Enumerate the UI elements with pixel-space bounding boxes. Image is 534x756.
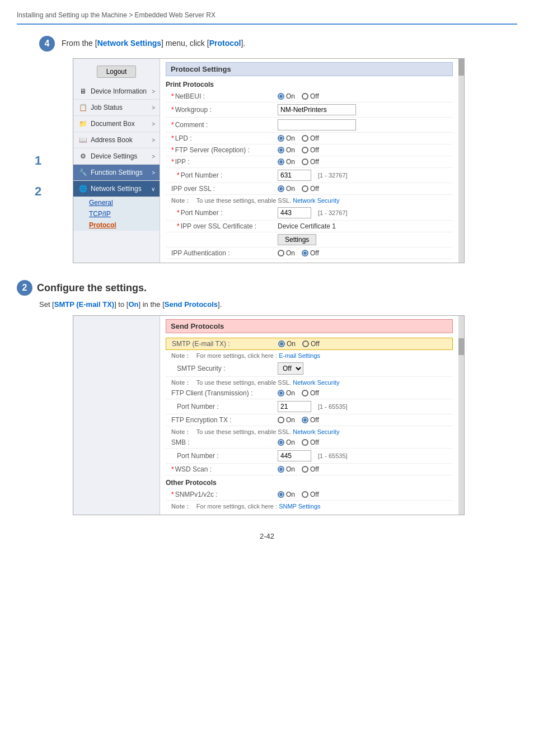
note-label-4: Note : [171, 428, 189, 435]
ipp-auth-off-option[interactable]: Off [302, 249, 319, 257]
port-number-2-input[interactable] [278, 207, 311, 218]
smtp-link[interactable]: SMTP (E-mail TX) [54, 300, 114, 309]
smb-on-radio[interactable] [278, 439, 284, 446]
ipp-ssl-row: IPP over SSL : On Off [166, 183, 453, 195]
netbeui-off-option[interactable]: Off [302, 92, 319, 100]
wsd-scan-on-option[interactable]: On [278, 465, 295, 473]
sidebar-sub-protocol[interactable]: Protocol [85, 220, 160, 231]
wsd-scan-off-option[interactable]: Off [302, 465, 319, 473]
protocol-link[interactable]: Protocol [209, 39, 241, 48]
comment-label: Comment : [166, 121, 278, 129]
netbeui-off-radio[interactable] [302, 93, 308, 100]
ftp-client-on-radio[interactable] [278, 390, 284, 396]
lpd-off-radio[interactable] [302, 135, 308, 142]
sidebar-item-document-box[interactable]: 📁 Document Box > [73, 116, 160, 132]
sidebar-item-address-book[interactable]: 📖 Address Book > [73, 132, 160, 148]
network-settings-link[interactable]: Network Settings [97, 39, 161, 48]
lpd-on-radio[interactable] [278, 135, 284, 142]
sidebar-item-function-settings[interactable]: 🔧 Function Settings > [73, 165, 160, 181]
ftp-server-off-radio[interactable] [302, 147, 308, 153]
ipp-ssl-on-option[interactable]: On [278, 185, 295, 193]
ftp-client-off-radio[interactable] [302, 390, 308, 396]
ftp-enc-off-option[interactable]: Off [302, 416, 319, 424]
function-settings-icon: 🔧 [78, 167, 88, 178]
ipp-off-radio[interactable] [302, 158, 308, 165]
lpd-off-option[interactable]: Off [302, 134, 319, 142]
ipp-ssl-off-radio[interactable] [302, 185, 308, 192]
smb-on-option[interactable]: On [278, 438, 295, 446]
ipp-on-radio[interactable] [278, 158, 284, 165]
scrollbar-thumb-1[interactable] [458, 59, 464, 76]
step4-text-suffix: ]. [241, 39, 245, 48]
smb-port-input[interactable] [278, 450, 311, 461]
ipp-on-option[interactable]: On [278, 158, 295, 166]
ipp-off-option[interactable]: Off [302, 158, 319, 166]
snmp-off-option[interactable]: Off [302, 491, 319, 498]
sidebar-item-job-status[interactable]: 📋 Job Status > [73, 100, 160, 116]
ftp-server-on-radio[interactable] [278, 147, 284, 153]
smb-off-option[interactable]: Off [302, 438, 319, 446]
ftp-port-row: Port Number : [1 - 65535] [166, 399, 453, 414]
ftp-enc-off-radio[interactable] [302, 417, 308, 423]
panel1-title: Protocol Settings [166, 62, 453, 76]
job-status-icon: 📋 [78, 102, 88, 113]
sidebar-sub-tcpip[interactable]: TCP/IP [85, 208, 160, 220]
wsd-scan-off-radio[interactable] [302, 466, 308, 473]
network-security-link-1[interactable]: Network Security [293, 197, 339, 204]
smtp-off-option[interactable]: Off [302, 340, 320, 348]
sidebar-item-device-info[interactable]: 🖥 Device Information > [73, 83, 160, 100]
ipp-auth-off-radio[interactable] [302, 250, 308, 256]
comment-input[interactable] [278, 119, 356, 130]
email-settings-link[interactable]: E-mail Settings [279, 352, 320, 359]
chevron-right-icon-3: > [152, 121, 155, 127]
settings-button[interactable]: Settings [278, 234, 316, 245]
device-info-icon: 🖥 [78, 86, 88, 96]
port-number-2-value: [1 - 32767] [278, 207, 453, 218]
snmp-settings-link[interactable]: SNMP Settings [279, 503, 320, 510]
scrollbar-1[interactable] [458, 59, 464, 263]
ipp-value: On Off [278, 158, 453, 166]
logout-button[interactable]: Logout [97, 66, 137, 78]
network-security-link-3[interactable]: Network Security [293, 428, 339, 435]
ftp-server-on-option[interactable]: On [278, 146, 295, 154]
ipp-ssl-off-option[interactable]: Off [302, 185, 319, 193]
smb-value: On Off [278, 438, 453, 446]
sidebar-sub-general[interactable]: General [85, 197, 160, 208]
lpd-on-option[interactable]: On [278, 134, 295, 142]
on-link[interactable]: On [128, 300, 138, 309]
ftp-port-input[interactable] [278, 401, 311, 412]
sidebar-item-network-settings[interactable]: 🌐 Network Settings ∨ [73, 181, 160, 197]
smtp-on-radio[interactable] [278, 340, 285, 347]
smb-port-value: [1 - 65535] [278, 450, 453, 461]
ipp-ssl-on-radio[interactable] [278, 185, 284, 192]
wsd-scan-on-radio[interactable] [278, 466, 284, 473]
netbeui-on-radio[interactable] [278, 93, 284, 100]
network-security-link-2[interactable]: Network Security [293, 379, 339, 386]
port-number-1-input[interactable] [278, 170, 311, 181]
scrollbar-thumb-2[interactable] [458, 338, 464, 355]
ftp-enc-on-option[interactable]: On [278, 416, 295, 424]
panel1-main-content: Protocol Settings Print Protocols NetBEU… [160, 59, 458, 263]
ipp-auth-on-radio[interactable] [278, 250, 284, 256]
snmp-on-option[interactable]: On [278, 491, 295, 498]
smtp-security-select[interactable]: Off [278, 362, 303, 375]
snmp-on-radio[interactable] [278, 491, 284, 498]
ipp-auth-on-option[interactable]: On [278, 249, 295, 257]
ftp-client-on-option[interactable]: On [278, 389, 295, 397]
ipp-ssl-label: IPP over SSL : [166, 185, 278, 193]
sidebar-item-label-address-book: Address Book [91, 136, 133, 144]
ftp-enc-on-radio[interactable] [278, 417, 284, 423]
ftp-port-range-hint: [1 - 65535] [318, 403, 348, 410]
netbeui-on-option[interactable]: On [278, 92, 295, 100]
workgroup-input[interactable] [278, 104, 356, 115]
sidebar-item-device-settings[interactable]: ⚙ Device Settings > [73, 148, 160, 165]
settings-button-row: Settings [166, 232, 453, 248]
scrollbar-2[interactable] [458, 316, 464, 515]
snmp-off-radio[interactable] [302, 491, 308, 498]
send-protocols-link[interactable]: Send Protocols [165, 300, 218, 309]
smtp-off-radio[interactable] [302, 340, 309, 347]
smb-off-radio[interactable] [302, 439, 308, 446]
ftp-client-off-option[interactable]: Off [302, 389, 319, 397]
ftp-server-off-option[interactable]: Off [302, 146, 319, 154]
smtp-on-option[interactable]: On [278, 340, 296, 348]
